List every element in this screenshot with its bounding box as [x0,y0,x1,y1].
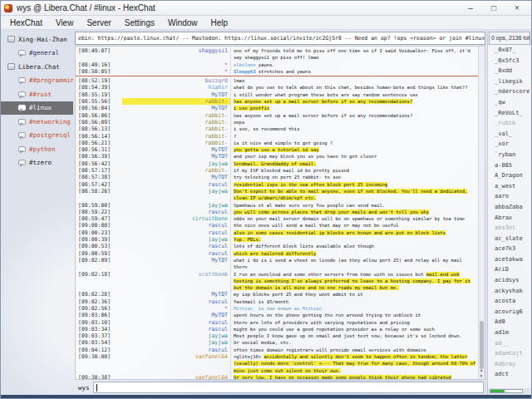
menu-window[interactable]: Window [162,17,204,28]
userlist-item[interactable]: a-865 [488,162,531,173]
userlist-item[interactable]: acidsys [488,277,531,288]
userlist-item[interactable]: A_Dragon [488,172,531,183]
nick[interactable]: rabbit- [122,119,230,126]
minimize-button[interactable]: – [465,1,476,16]
tree-item--rust[interactable]: ##rust [1,87,73,101]
nick[interactable]: rabbit- [122,112,230,119]
userlist-item[interactable]: ackyshak [488,288,531,298]
nick[interactable]: vanfanel64 [122,374,230,379]
nick[interactable]: * [122,305,230,312]
nick[interactable]: rabbit- [122,167,230,174]
menu-view[interactable]: View [50,17,80,28]
nick[interactable]: rascul [122,298,230,305]
tree-item--python[interactable]: #python [1,142,73,156]
userlist-item[interactable]: _rubik [488,120,531,131]
nick[interactable]: jayjwa [122,202,230,209]
nick[interactable]: rabbit- [122,140,230,146]
userlist-item[interactable]: _qw [488,99,531,110]
tree-item--programming[interactable]: ##programming [1,74,73,88]
menu-hexchat[interactable]: HexChat [4,17,48,28]
userlist-item[interactable]: Abrax [488,214,531,225]
userlist-item[interactable]: _0x5fc3 [488,57,531,68]
message-input[interactable] [93,382,484,393]
maximize-button[interactable]: □ [488,1,500,16]
nick[interactable]: MyTDT [122,291,230,298]
scroll-down-icon[interactable]: ▼ [478,373,485,378]
userlist-item[interactable]: _likegik [488,78,531,89]
scroll-up-icon[interactable]: ▲ [478,367,485,372]
userlist-item[interactable]: _val_ [488,131,531,141]
userlist-item[interactable]: Ad0 [488,318,531,329]
nick[interactable]: rascul [122,209,230,215]
userlist-item[interactable]: abs3nt [488,224,531,235]
userlist-item[interactable]: _ReVoLt_ [488,110,531,121]
userlist-item[interactable]: adct [488,371,531,382]
userlist-item[interactable]: _nderscore [488,88,531,99]
nick[interactable]: rascul [122,181,230,188]
nick[interactable]: * [122,62,230,68]
close-button[interactable]: × [511,1,523,16]
userlist-item[interactable]: _xor [488,140,531,151]
user-list[interactable]: _0x87__0x5fc3_0xdd_likegik_nderscore_qw_… [488,45,531,388]
userlist-item[interactable]: _0x87_ [488,47,531,57]
nick[interactable]: jayjwa [122,188,230,195]
nick[interactable]: MyTDT [122,91,230,98]
tree-item--tzero[interactable]: #tzero [1,156,73,170]
nick[interactable]: hiahir [122,84,230,91]
nick[interactable]: rascul [122,229,230,236]
tree-item--general[interactable]: #general [1,47,73,61]
nick[interactable]: MyTDT [122,105,230,111]
nick[interactable]: circuitbone [122,215,230,222]
nick[interactable]: * [122,68,230,75]
nick[interactable]: MyTDT [122,146,230,153]
nick[interactable]: rascul [122,243,230,249]
tree-item--networking[interactable]: #networking [1,115,73,129]
chat-scrollbar[interactable]: ▲ ▼ [478,47,485,379]
nick[interactable]: rabbit- [122,98,230,105]
topic-input[interactable]: ebin: https://paste.linux.chat/ -- Masto… [75,32,485,45]
userlist-item[interactable]: ac_slate [488,235,531,246]
userlist-item[interactable]: `ryban [488,151,531,162]
userlist-item[interactable]: abbaZaba [488,204,531,214]
userlist-item[interactable]: acosta [488,298,531,308]
userlist-item[interactable]: acovrig6 [488,308,531,319]
nick[interactable]: rabbit- [122,133,230,140]
userlist-item[interactable]: ace7k3 [488,245,531,256]
nick[interactable]: jayjwa [122,160,230,167]
nick[interactable]: jayjwa [122,236,230,243]
nick[interactable]: buzzqrd [122,77,230,84]
scrollbar-thumb[interactable] [480,321,484,369]
own-nick-label[interactable]: wys [76,384,90,392]
nick[interactable]: MyTDT [122,153,230,160]
nick[interactable]: shaggysi1 [122,47,230,54]
userlist-item[interactable]: a_west [488,183,531,194]
tree-item-xing-hai-zhan[interactable]: Xing-Hai-Zhan [1,32,73,47]
userlist-item[interactable]: ad__ [488,340,531,351]
nick[interactable]: jayjwa [122,339,230,346]
tree-item-libera-chat[interactable]: Libera.Chat [1,60,73,74]
nick[interactable]: rascul [122,319,230,326]
userlist-item[interactable]: acetakwa [488,256,531,267]
nick[interactable]: vanfanel64 [122,353,230,360]
tree-item--linux[interactable]: #linux [1,101,73,116]
menu-help[interactable]: Help [205,17,234,28]
nick[interactable]: rascul [122,250,230,257]
chat-messages[interactable]: [08:49:07]shaggysi1one of my friends tol… [76,47,478,379]
nick[interactable]: MyTDT [122,312,230,318]
nick[interactable]: rascul [122,326,230,332]
tree-item--postgresql[interactable]: #postgresql [1,129,73,143]
menu-settings[interactable]: Settings [119,17,160,28]
nick[interactable]: rascul [122,222,230,229]
userlist-item[interactable]: aaro [488,193,531,204]
userlist-item[interactable]: AciD [488,266,531,277]
nick[interactable]: rascul [122,347,230,353]
nick[interactable]: MyTDT [122,257,230,264]
nick[interactable]: scottbomb [122,271,230,278]
userlist-item[interactable]: _0xdd [488,67,531,78]
userlist-item[interactable]: adamtajt [488,350,531,361]
nick[interactable]: jayjwa [122,332,230,339]
nick[interactable]: MyTDT [122,174,230,180]
userlist-item[interactable]: Adbray [488,361,531,372]
menu-server[interactable]: Server [81,17,116,28]
nick[interactable]: rabbit- [122,126,230,132]
